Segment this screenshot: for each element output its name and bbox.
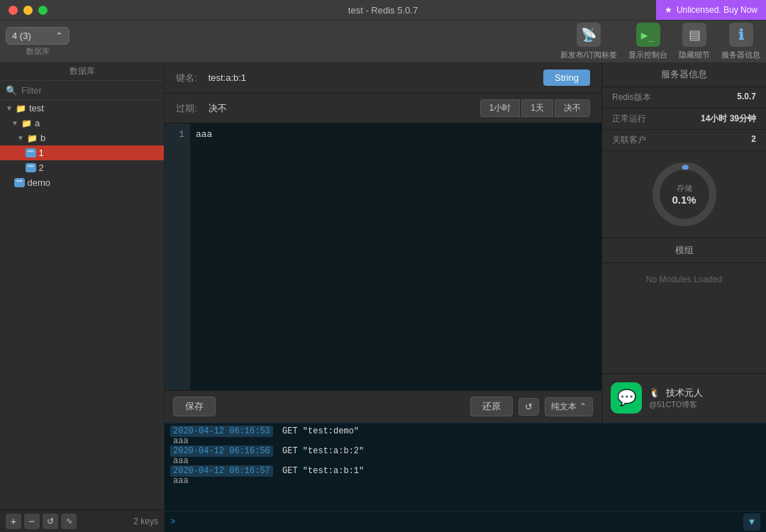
- search-icon: 🔍: [6, 85, 17, 96]
- console-command: GET "test:a:b:2": [282, 446, 364, 456]
- db-selector[interactable]: 4 (3) ⌃: [6, 27, 70, 45]
- restore-button[interactable]: 还原: [470, 397, 513, 416]
- close-button[interactable]: [9, 6, 18, 15]
- console-scroll-button[interactable]: ▼: [743, 514, 760, 531]
- console-footer: > ▼: [165, 511, 766, 532]
- console-input[interactable]: [178, 517, 743, 527]
- line-number-1: 1: [170, 129, 184, 140]
- clients-label: 关联客户: [612, 134, 646, 146]
- console-result-1: aaa: [170, 456, 760, 466]
- key-header: 键名: test:a:b:1 String: [165, 62, 601, 94]
- maximize-button[interactable]: [38, 6, 48, 15]
- window-title: test - Redis 5.0.7: [348, 5, 418, 16]
- chevron-down-icon: ▼: [17, 134, 24, 142]
- publish-icon: 📡: [577, 23, 601, 47]
- chevron-down-icon: ▼: [11, 119, 18, 127]
- expire-value: 决不: [209, 102, 469, 115]
- console-result-2: aaa: [170, 476, 760, 486]
- reload-button[interactable]: ↺: [518, 398, 539, 416]
- redis-version-value: 5.0.7: [737, 92, 756, 104]
- publish-label: 新发布/订阅标签: [560, 50, 617, 60]
- console-entry-1: 2020-04-12 06:16:56 GET "test:a:b:2": [170, 446, 760, 456]
- tree-item-b[interactable]: ▼ 📁 b: [0, 131, 164, 145]
- chevron-down-icon: ▼: [6, 104, 13, 112]
- unlicensed-banner[interactable]: ★ Unlicensed. Buy Now: [656, 0, 766, 20]
- tree-item-key2[interactable]: "" 2: [0, 160, 164, 175]
- expire-1h-button[interactable]: 1小时: [480, 99, 521, 117]
- uptime-value: 14小时 39分钟: [701, 113, 756, 125]
- console-button[interactable]: ▶_ 显示控制台: [628, 23, 667, 60]
- tree-label-key1: 1: [39, 148, 44, 158]
- string-key-icon: "": [26, 163, 36, 172]
- wechat-logo-icon: 🐧: [649, 387, 660, 398]
- remove-key-button[interactable]: −: [24, 514, 40, 529]
- key-tree: ▼ 📁 test ▼ 📁 a ▼ 📁 b "" 1: [0, 101, 164, 509]
- console-entry-2: 2020-04-12 06:16:57 GET "test:a:b:1": [170, 466, 760, 476]
- db-chevron-icon: ⌃: [55, 31, 63, 41]
- redis-version-row: Redis版本 5.0.7: [602, 87, 766, 109]
- chevron-down-icon: ⌃: [579, 401, 587, 411]
- search-input[interactable]: [21, 85, 158, 96]
- sidebar-db-label: 数据库: [0, 62, 164, 81]
- format-selector[interactable]: 纯文本 ⌃: [545, 397, 593, 416]
- info-label: 服务器信息: [721, 50, 760, 60]
- console-label: 显示控制台: [628, 50, 667, 60]
- gauge-arc-svg: [653, 162, 716, 226]
- clients-value: 2: [751, 134, 756, 146]
- type-badge: String: [543, 70, 590, 86]
- tree-label-test: test: [29, 103, 44, 113]
- info-button[interactable]: ℹ 服务器信息: [721, 23, 760, 60]
- tree-label-demo: demo: [28, 177, 51, 188]
- expire-never-button[interactable]: 决不: [555, 99, 590, 117]
- wechat-area: 💬 🐧 技术元人 @51CTO博客: [602, 373, 766, 422]
- wechat-text: 🐧 技术元人 @51CTO博客: [649, 387, 703, 410]
- console-command: GET "test:demo": [282, 426, 359, 436]
- key-name-label: 键名:: [176, 72, 197, 84]
- console-timestamp: 2020-04-12 06:16:57: [170, 465, 273, 477]
- storage-gauge: 存储 0.1%: [602, 151, 766, 238]
- string-key-icon: "": [14, 178, 25, 187]
- wechat-icon: 💬: [611, 382, 642, 414]
- code-area[interactable]: aaa: [190, 123, 601, 390]
- console-entry-0: 2020-04-12 06:16:53 GET "test:demo": [170, 426, 760, 436]
- redis-version-label: Redis版本: [612, 92, 651, 104]
- tree-item-demo[interactable]: "" demo: [0, 175, 164, 190]
- modules-empty: No Modules Loaded: [602, 263, 766, 296]
- main: 数据库 🔍 ▼ 📁 test ▼ 📁 a ▼ 📁 b: [0, 62, 766, 532]
- right-panel: 键名: test:a:b:1 String 过期: 决不 1小时 1天 决不: [165, 62, 766, 532]
- hide-button[interactable]: ▤ 隐藏细节: [679, 23, 710, 60]
- editor-content: 1 aaa: [165, 123, 601, 390]
- modules-title: 模组: [602, 238, 766, 263]
- save-button[interactable]: 保存: [173, 397, 216, 416]
- add-key-button[interactable]: +: [6, 514, 21, 529]
- tree-item-test[interactable]: ▼ 📁 test: [0, 101, 164, 116]
- expire-1d-button[interactable]: 1天: [521, 99, 553, 117]
- unlicensed-label: Unlicensed. Buy Now: [677, 5, 757, 15]
- svg-point-0: [657, 167, 711, 221]
- publish-button[interactable]: 📡 新发布/订阅标签: [560, 23, 617, 60]
- sidebar-footer: + − ↺ ∿ 2 keys: [0, 509, 164, 532]
- tree-label-b: b: [40, 133, 45, 143]
- minimize-button[interactable]: [23, 6, 33, 15]
- folder-icon: 📁: [21, 118, 32, 128]
- tree-item-key1[interactable]: "" 1: [0, 145, 164, 160]
- uptime-label: 正常运行: [612, 113, 646, 125]
- hide-label: 隐藏细节: [679, 50, 710, 60]
- server-info-title: 服务器信息: [602, 62, 766, 87]
- console-prompt-icon: >: [170, 517, 175, 527]
- hide-icon: ▤: [682, 23, 706, 47]
- wechat-name: 🐧 技术元人: [649, 387, 703, 399]
- filter-box: 🔍: [0, 81, 164, 101]
- line-numbers: 1: [165, 123, 190, 390]
- expire-header: 过期: 决不 1小时 1天 决不: [165, 94, 601, 123]
- expire-label: 过期:: [176, 102, 197, 115]
- editor-footer: 保存 还原 ↺ 纯文本 ⌃: [165, 390, 601, 422]
- stats-button[interactable]: ∿: [61, 514, 77, 529]
- clients-row: 关联客户 2: [602, 130, 766, 151]
- refresh-button[interactable]: ↺: [43, 514, 58, 529]
- folder-icon: 📁: [27, 133, 38, 143]
- tree-item-a[interactable]: ▼ 📁 a: [0, 116, 164, 131]
- sidebar: 数据库 🔍 ▼ 📁 test ▼ 📁 a ▼ 📁 b: [0, 62, 165, 532]
- info-icon: ℹ: [729, 23, 753, 47]
- console-command: GET "test:a:b:1": [282, 466, 364, 476]
